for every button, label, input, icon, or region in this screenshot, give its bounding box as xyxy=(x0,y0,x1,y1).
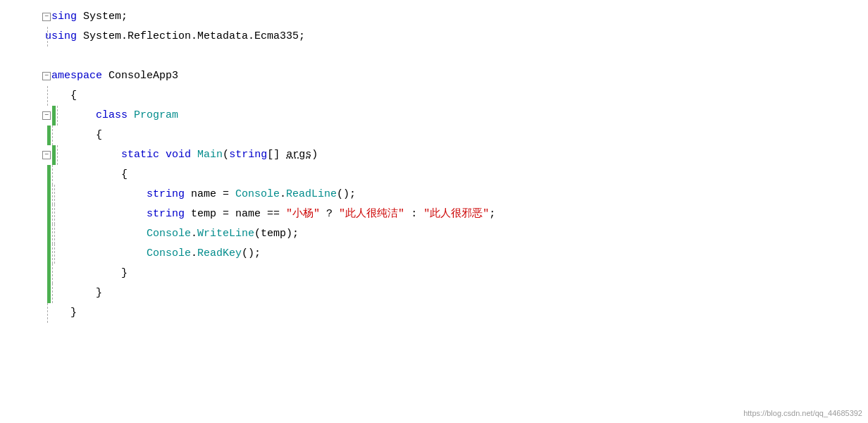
gutter-6: − xyxy=(42,106,81,125)
code-area: − using System; using System.Reflection.… xyxy=(0,7,868,323)
code-line-11: string temp = name == "小杨" ? "此人很纯洁" : "… xyxy=(42,204,495,224)
kw-string1: string xyxy=(229,149,267,161)
kw-class: class xyxy=(96,109,128,121)
param-args: args xyxy=(286,149,311,161)
gutter-14 xyxy=(42,264,81,283)
gutter-15 xyxy=(42,283,81,303)
method-writeline: WriteLine xyxy=(197,228,254,240)
line-15: } xyxy=(42,283,868,303)
collapse-btn-8[interactable]: − xyxy=(42,151,51,159)
plain1: System; xyxy=(77,11,128,23)
line-4: − namespace ConsoleApp3 xyxy=(42,66,868,86)
method-console3: Console xyxy=(147,247,191,259)
code-editor: − using System; using System.Reflection.… xyxy=(0,0,868,423)
gutter-3 xyxy=(42,47,81,66)
str-pure: "此人很纯洁" xyxy=(339,208,404,220)
kw-void: void xyxy=(166,149,191,161)
classname-program: Program xyxy=(134,109,178,121)
gutter-4: − xyxy=(42,66,81,86)
green-bar-15 xyxy=(47,283,51,303)
line-10: string name = Console.ReadLine(); xyxy=(42,185,868,204)
str-evil: "此人很邪恶" xyxy=(423,208,489,220)
gutter-13 xyxy=(42,244,81,264)
line-9: { xyxy=(42,165,868,185)
method-main: Main xyxy=(197,149,223,161)
collapse-btn-4[interactable]: − xyxy=(42,72,51,80)
green-bar-14 xyxy=(47,264,51,283)
method-readline: ReadLine xyxy=(286,188,337,200)
line-12: Console.WriteLine(temp); xyxy=(42,224,868,244)
gutter-16 xyxy=(42,303,81,323)
line-5: { xyxy=(42,86,868,106)
gutter-9 xyxy=(42,165,81,185)
green-bar-13 xyxy=(47,244,51,264)
plain4: ConsoleApp3 xyxy=(102,70,178,82)
gutter-2 xyxy=(42,27,81,47)
line-11: string temp = name == "小杨" ? "此人很纯洁" : "… xyxy=(42,204,868,224)
green-bar-10 xyxy=(47,185,51,204)
line-7: { xyxy=(42,125,868,145)
gutter-11 xyxy=(42,204,81,224)
line-16: } xyxy=(42,303,868,323)
line-6: − class Program xyxy=(42,106,868,125)
str-xiaoyang: "小杨" xyxy=(286,208,320,220)
gutter-1: − xyxy=(42,7,81,27)
gutter-8: − xyxy=(42,145,81,165)
gutter-10 xyxy=(42,185,81,204)
line-14: } xyxy=(42,264,868,283)
watermark: https://blog.csdn.net/qq_44685392 xyxy=(743,409,862,417)
gutter-12 xyxy=(42,224,81,244)
gutter-5 xyxy=(42,86,81,106)
green-bar-9 xyxy=(47,165,51,185)
green-bar-8 xyxy=(52,145,56,165)
method-readkey: ReadKey xyxy=(197,247,242,259)
green-bar-6 xyxy=(52,106,56,125)
line-13: Console.ReadKey(); xyxy=(42,244,868,264)
line-8: − static void Main(string[] args) xyxy=(42,145,868,165)
kw-string3: string xyxy=(147,208,185,220)
line-1: − using System; xyxy=(42,7,868,27)
kw-string2: string xyxy=(147,188,185,200)
method-console1: Console xyxy=(235,188,280,200)
line-2: using System.Reflection.Metadata.Ecma335… xyxy=(42,27,868,47)
method-console2: Console xyxy=(147,228,191,240)
code-line-8: static void Main(string[] args) xyxy=(42,145,318,165)
green-bar-7 xyxy=(47,125,51,145)
code-line-10: string name = Console.ReadLine(); xyxy=(42,185,356,204)
collapse-btn-6[interactable]: − xyxy=(42,111,51,120)
code-line-2: using System.Reflection.Metadata.Ecma335… xyxy=(42,27,305,47)
green-bar-11 xyxy=(47,204,51,224)
green-bar-12 xyxy=(47,224,51,244)
kw-static: static xyxy=(121,149,159,161)
collapse-btn-1[interactable]: − xyxy=(42,13,51,21)
plain2: System.Reflection.Metadata.Ecma335; xyxy=(77,30,305,42)
gutter-7 xyxy=(42,125,81,145)
line-3 xyxy=(42,47,868,66)
